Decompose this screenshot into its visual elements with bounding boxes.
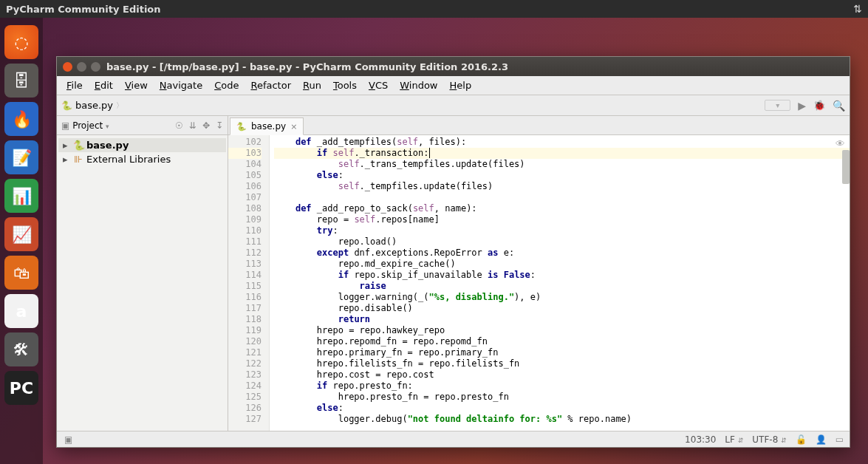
launcher-settings[interactable]: 🛠 bbox=[4, 332, 38, 366]
gutter-line[interactable]: 103 bbox=[228, 148, 262, 159]
code-line[interactable]: repo.load() bbox=[274, 236, 850, 248]
project-tool-title[interactable]: ▣ Project ▾ bbox=[61, 120, 109, 131]
gutter-line[interactable]: 126 bbox=[228, 403, 262, 414]
launcher-amazon[interactable]: a bbox=[4, 294, 38, 328]
code-line[interactable]: hrepo.cost = repo.cost bbox=[274, 369, 850, 381]
run-button[interactable]: ▶ bbox=[798, 100, 806, 112]
gutter-line[interactable]: 102 bbox=[228, 137, 262, 148]
editor-tab[interactable]: 🐍 base.py × bbox=[230, 117, 304, 135]
hide-icon[interactable]: ↧ bbox=[216, 120, 223, 131]
line-separator[interactable]: LF ⇵ bbox=[725, 434, 743, 445]
launcher-impress[interactable]: 📈 bbox=[4, 217, 38, 251]
menu-navigate[interactable]: Navigate bbox=[154, 78, 208, 93]
readonly-lock-icon[interactable]: 🔓 bbox=[796, 434, 807, 445]
hector-icon[interactable]: 👤 bbox=[816, 434, 827, 445]
caret-position[interactable]: 103:30 bbox=[685, 434, 716, 445]
gutter-line[interactable]: 121 bbox=[228, 347, 262, 358]
code-line[interactable]: hrepo.repomd_fn = repo.repomd_fn bbox=[274, 336, 850, 347]
code-line[interactable] bbox=[274, 192, 850, 203]
code-line[interactable]: repo.md_expire_cache() bbox=[274, 259, 850, 270]
gutter-line[interactable]: 104 bbox=[228, 159, 262, 170]
gutter-line[interactable]: 118 bbox=[228, 314, 262, 325]
code-line[interactable]: repo.disable() bbox=[274, 303, 850, 314]
menu-window[interactable]: Window bbox=[394, 78, 442, 93]
gutter-line[interactable]: 109 bbox=[228, 214, 262, 225]
code-line[interactable]: if repo.presto_fn: bbox=[274, 381, 850, 392]
gutter-line[interactable]: 110 bbox=[228, 225, 262, 236]
code-line[interactable]: else: bbox=[274, 403, 850, 414]
code-line[interactable]: except dnf.exceptions.RepoError as e: bbox=[274, 248, 850, 259]
code-viewport[interactable]: def _add_tempfiles(self, files): if self… bbox=[270, 135, 850, 431]
launcher-software[interactable]: 🛍 bbox=[4, 256, 38, 290]
code-line[interactable]: def _add_repo_to_sack(self, name): bbox=[274, 203, 850, 214]
menu-code[interactable]: Code bbox=[209, 78, 244, 93]
code-line[interactable]: self._tempfiles.update(files) bbox=[274, 181, 850, 192]
project-root-node[interactable]: ▸ 🐍 base.py bbox=[58, 138, 226, 152]
gutter-line[interactable]: 115 bbox=[228, 281, 262, 292]
gutter-line[interactable]: 105 bbox=[228, 170, 262, 181]
toolwindow-toggle-icon[interactable]: ▣ bbox=[64, 434, 72, 445]
code-line[interactable]: hrepo = repo.hawkey_repo bbox=[274, 325, 850, 336]
gutter-line[interactable]: 120 bbox=[228, 336, 262, 347]
run-config-dropdown[interactable]: ▾ bbox=[765, 100, 790, 111]
launcher-firefox[interactable]: 🔥 bbox=[4, 102, 38, 136]
gutter-line[interactable]: 127 bbox=[228, 414, 262, 425]
gutter-line[interactable]: 117 bbox=[228, 303, 262, 314]
project-tree[interactable]: ▸ 🐍 base.py ▸ ⊪ External Libraries bbox=[57, 135, 228, 431]
search-everywhere-icon[interactable]: 🔍 bbox=[833, 100, 845, 112]
settings-icon[interactable]: ✥ bbox=[202, 120, 210, 131]
window-close-button[interactable] bbox=[63, 62, 72, 72]
gutter-line[interactable]: 114 bbox=[228, 270, 262, 281]
code-line[interactable]: if repo.skip_if_unavailable is False: bbox=[274, 270, 850, 281]
gutter-line[interactable]: 125 bbox=[228, 392, 262, 403]
code-line[interactable]: try: bbox=[274, 225, 850, 236]
code-line[interactable]: else: bbox=[274, 170, 850, 181]
code-line[interactable]: hrepo.presto_fn = repo.presto_fn bbox=[274, 392, 850, 403]
vertical-scrollbar-thumb[interactable] bbox=[842, 150, 850, 184]
gutter-line[interactable]: 107 bbox=[228, 192, 262, 203]
target-icon[interactable]: ☉ bbox=[175, 120, 183, 131]
code-line[interactable]: logger.debug("not found deltainfo for: %… bbox=[274, 414, 850, 425]
window-maximize-button[interactable] bbox=[91, 62, 100, 72]
gutter-line[interactable]: 111 bbox=[228, 236, 262, 248]
launcher-pycharm[interactable]: PC bbox=[4, 371, 38, 405]
code-line[interactable]: raise bbox=[274, 281, 850, 292]
code-line[interactable]: hrepo.primary_fn = repo.primary_fn bbox=[274, 347, 850, 358]
tree-expand-icon[interactable]: ▸ bbox=[63, 140, 70, 151]
debug-button[interactable]: 🐞 bbox=[813, 100, 825, 111]
external-libraries-node[interactable]: ▸ ⊪ External Libraries bbox=[58, 152, 226, 166]
launcher-ubuntu[interactable]: ◌ bbox=[4, 25, 38, 59]
menu-tools[interactable]: Tools bbox=[328, 78, 362, 93]
launcher-calc[interactable]: 📊 bbox=[4, 179, 38, 213]
tab-close-icon[interactable]: × bbox=[290, 122, 297, 132]
menu-edit[interactable]: Edit bbox=[89, 78, 118, 93]
code-line[interactable]: return bbox=[274, 314, 850, 325]
breadcrumb[interactable]: 🐍 base.py 〉 bbox=[61, 100, 123, 111]
code-line[interactable]: logger.warning(_("%s, disabling."), e) bbox=[274, 292, 850, 303]
code-editor[interactable]: 1021031041051061071081091101111121131141… bbox=[228, 135, 850, 431]
file-encoding[interactable]: UTF-8 ⇵ bbox=[752, 434, 786, 445]
gutter-line[interactable]: 123 bbox=[228, 369, 262, 381]
menu-refactor[interactable]: Refactor bbox=[245, 78, 296, 93]
code-line[interactable]: self._trans_tempfiles.update(files) bbox=[274, 159, 850, 170]
window-titlebar[interactable]: base.py - [/tmp/base.py] - base.py - PyC… bbox=[57, 57, 850, 76]
launcher-writer[interactable]: 📝 bbox=[4, 140, 38, 174]
code-line[interactable]: repo = self.repos[name] bbox=[274, 214, 850, 225]
code-line[interactable]: hrepo.filelists_fn = repo.filelists_fn bbox=[274, 358, 850, 369]
menu-help[interactable]: Help bbox=[445, 78, 477, 93]
memory-indicator-icon[interactable]: ▭ bbox=[835, 434, 844, 445]
top-panel-indicators[interactable]: ⇅ bbox=[853, 3, 862, 15]
collapse-all-icon[interactable]: ⇊ bbox=[189, 120, 197, 131]
menu-file[interactable]: File bbox=[61, 78, 88, 93]
menu-view[interactable]: View bbox=[120, 78, 153, 93]
inspections-eye-icon[interactable]: 👁 bbox=[835, 138, 845, 149]
gutter-line[interactable]: 122 bbox=[228, 358, 262, 369]
tree-expand-icon[interactable]: ▸ bbox=[63, 154, 70, 165]
launcher-files[interactable]: 🗄 bbox=[4, 64, 38, 98]
gutter-line[interactable]: 124 bbox=[228, 381, 262, 392]
gutter-line[interactable]: 108 bbox=[228, 203, 262, 214]
gutter-line[interactable]: 112 bbox=[228, 248, 262, 259]
editor-gutter[interactable]: 1021031041051061071081091101111121131141… bbox=[228, 135, 270, 431]
gutter-line[interactable]: 119 bbox=[228, 325, 262, 336]
menu-vcs[interactable]: VCS bbox=[363, 78, 393, 93]
